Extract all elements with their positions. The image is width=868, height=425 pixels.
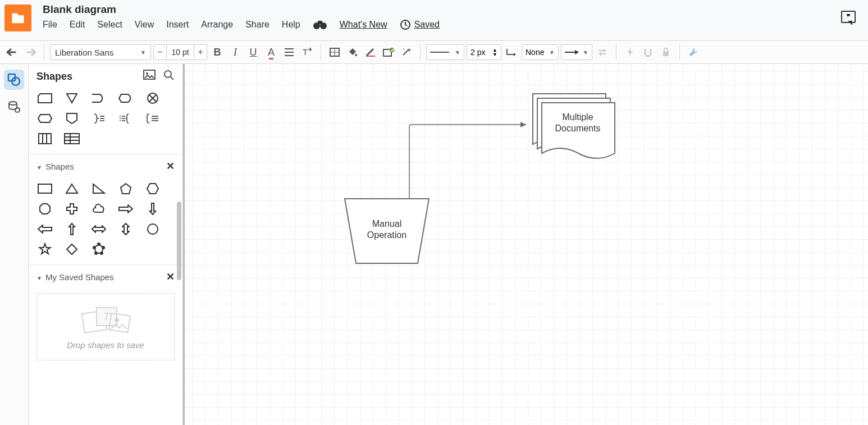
shape-card[interactable] — [36, 91, 53, 106]
shape-triangle[interactable] — [63, 181, 80, 196]
dropzone-hint: Drop shapes to save — [67, 340, 144, 350]
lock-button[interactable] — [658, 44, 674, 60]
menu-edit[interactable]: Edit — [70, 20, 85, 30]
shape-arrow-down-thin[interactable] — [144, 202, 161, 216]
standard-shapes-header[interactable]: ▼Shapes ✕ — [29, 154, 182, 178]
feedback-icon[interactable]: ❞ — [841, 11, 856, 23]
shape-delay[interactable] — [90, 91, 107, 106]
fill-color-button[interactable] — [345, 44, 360, 60]
shape-display[interactable] — [117, 91, 134, 106]
shape-right-triangle[interactable] — [90, 181, 107, 196]
underline-button[interactable]: U — [245, 44, 261, 60]
image-icon[interactable] — [143, 70, 156, 83]
shape-star[interactable] — [36, 242, 53, 257]
font-size-increase[interactable]: + — [194, 47, 207, 57]
search-icon[interactable] — [163, 70, 175, 83]
redo-button[interactable] — [22, 44, 38, 60]
text-color-button[interactable]: A — [263, 44, 279, 60]
data-tab-button[interactable] — [4, 97, 24, 117]
shape-brace-right[interactable] — [90, 111, 107, 126]
shape-brace-both[interactable] — [117, 111, 134, 126]
shape-octagon[interactable] — [36, 202, 53, 216]
menu-share[interactable]: Share — [245, 20, 269, 30]
node-multiple-documents[interactable]: Multiple Documents — [533, 94, 615, 158]
clock-icon — [400, 19, 411, 30]
shape-polygon-dots[interactable] — [90, 242, 107, 257]
bold-button[interactable]: B — [209, 44, 225, 60]
flowchart-shape-grid — [29, 88, 182, 154]
shape-diamond[interactable] — [63, 242, 80, 257]
magic-button[interactable] — [399, 44, 414, 60]
magnet-button[interactable] — [640, 44, 656, 60]
svg-point-24 — [148, 224, 158, 234]
app-header: Blank diagram File Edit Select View Inse… — [0, 0, 868, 40]
container-button[interactable] — [327, 44, 342, 60]
scrollbar-thumb[interactable] — [177, 202, 181, 280]
shape-summing[interactable] — [144, 91, 161, 106]
menu-select[interactable]: Select — [97, 20, 122, 30]
saved-shapes-dropzone[interactable]: T Drop shapes to save — [36, 293, 175, 360]
line-color-button[interactable] — [363, 44, 378, 60]
menu-insert[interactable]: Insert — [166, 20, 189, 30]
flash-button[interactable] — [622, 44, 638, 60]
italic-button[interactable]: I — [227, 44, 243, 60]
align-button[interactable] — [281, 44, 297, 60]
shape-arrow-lr[interactable] — [90, 222, 107, 236]
shape-cross[interactable] — [63, 202, 80, 216]
close-icon[interactable]: ✕ — [166, 160, 175, 172]
font-size-decrease[interactable]: − — [154, 47, 166, 57]
shape-arrow-up[interactable] — [63, 222, 80, 236]
shape-circle[interactable] — [144, 222, 161, 236]
shape-cloud[interactable] — [90, 202, 107, 216]
menu-arrange[interactable]: Arrange — [201, 20, 233, 30]
line-style-select[interactable]: ▼ — [426, 44, 464, 60]
menu-help[interactable]: Help — [282, 20, 300, 30]
shape-preparation[interactable] — [36, 111, 53, 126]
whats-new-link[interactable]: What's New — [340, 20, 387, 30]
line-width-select[interactable]: 2 px ▲▼ — [467, 44, 501, 60]
diagram-canvas[interactable]: Multiple Documents Manual Operation — [183, 64, 868, 425]
font-family-select[interactable]: Liberation Sans ▼ — [50, 44, 151, 60]
app-logo[interactable] — [4, 4, 31, 31]
node-manual-operation[interactable]: Manual Operation — [345, 199, 429, 263]
font-size-value[interactable]: 10 pt — [166, 45, 194, 60]
shape-hexagon[interactable] — [144, 181, 161, 196]
shape-merge[interactable] — [63, 91, 80, 106]
start-arrow-value: None — [526, 48, 544, 57]
menu-file[interactable]: File — [43, 20, 57, 30]
shape-options-button[interactable] — [381, 44, 396, 60]
shapes-panel-header: Shapes — [29, 64, 182, 88]
end-arrow-select[interactable]: ▼ — [561, 44, 592, 60]
text-rotate-button[interactable]: T — [299, 44, 315, 60]
wrench-button[interactable] — [686, 44, 701, 60]
start-arrow-select[interactable]: None ▼ — [522, 44, 559, 60]
shape-arrow-right[interactable] — [117, 202, 134, 216]
menu-view[interactable]: View — [135, 20, 154, 30]
svg-point-29 — [93, 246, 95, 249]
saved-status[interactable]: Saved — [400, 19, 440, 30]
font-size-stepper[interactable]: − 10 pt + — [153, 44, 207, 60]
line-route-button[interactable] — [504, 44, 519, 60]
menu-bar: File Edit Select View Insert Arrange Sha… — [43, 19, 841, 30]
document-title[interactable]: Blank diagram — [43, 3, 841, 16]
binoculars-icon[interactable] — [313, 20, 327, 30]
svg-rect-21 — [39, 134, 51, 144]
shape-brace-left[interactable] — [144, 111, 161, 126]
close-icon[interactable]: ✕ — [166, 271, 175, 283]
swap-arrows-button[interactable] — [595, 44, 610, 60]
shape-rectangle[interactable] — [36, 181, 53, 196]
svg-point-25 — [98, 243, 100, 245]
saved-shapes-section: ▼My Saved Shapes ✕ T Drop shapes to save — [29, 264, 182, 360]
connector[interactable] — [409, 122, 526, 199]
shape-offpage[interactable] — [63, 111, 80, 126]
svg-point-34 — [115, 318, 119, 322]
shape-arrow-ud[interactable] — [117, 222, 134, 236]
shapes-tab-button[interactable] — [4, 70, 24, 90]
shape-table-cols[interactable] — [36, 131, 53, 146]
shape-pentagon[interactable] — [117, 181, 134, 196]
shape-arrow-left[interactable] — [36, 222, 53, 236]
undo-button[interactable] — [4, 44, 20, 60]
shape-table-grid[interactable] — [63, 131, 80, 146]
saved-shapes-header[interactable]: ▼My Saved Shapes ✕ — [29, 265, 182, 289]
caret-icon: ▼ — [140, 49, 146, 56]
